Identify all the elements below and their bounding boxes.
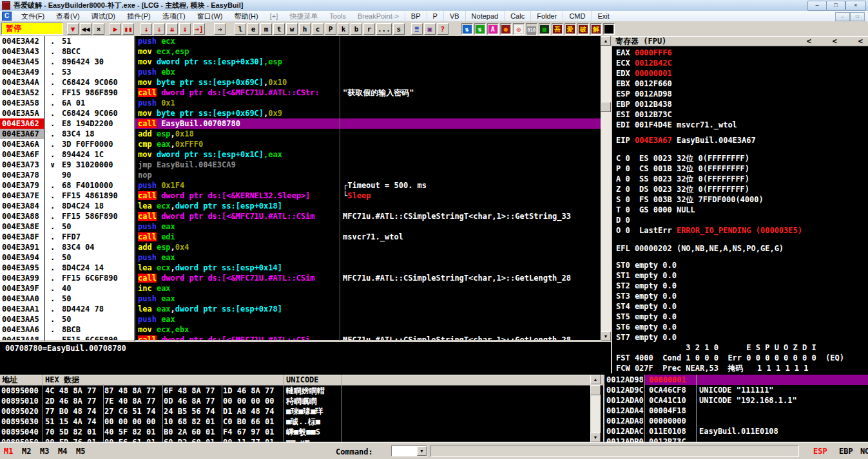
memory-tab-m2[interactable]: M2 [22,447,31,456]
collapse-icon[interactable]: < [858,37,863,46]
binary-icon[interactable]: 010 [526,23,537,35]
open-file-button[interactable]: ▼ [67,23,79,35]
breakpoints-button[interactable]: b [351,23,362,35]
threads-button[interactable]: t [273,23,285,35]
register-line[interactable]: ESP 0012AD98 [616,89,868,99]
chevron-down-icon[interactable]: ▼ [417,446,427,456]
executables-button[interactable]: e [247,23,259,35]
memory-button[interactable]: m [260,23,272,35]
register-line[interactable]: P 0 CS 001B 32位 0(FFFFFFFF) [616,164,868,174]
menu-item-cmd[interactable]: CMD [563,11,591,21]
run-button[interactable]: ▶ [110,23,121,35]
disasm-row[interactable]: 004E3A42.51push ecx [0,36,601,46]
disasm-row[interactable]: 004E3A88.FF15 586F890call dword ptr ds:[… [0,211,601,221]
scroll-up-icon[interactable]: ▲ [590,375,601,384]
register-line[interactable]: C 0 ES 0023 32位 0(FFFFFFFF) [616,153,868,164]
menu-item-[interactable]: 快捷菜单 [284,11,323,21]
close-process-button[interactable]: × [93,23,104,35]
dump-row[interactable]: 0089505000 FD 76 0100 F6 61 0160 D2 60 0… [0,437,603,442]
register-line[interactable]: ST1 empty 0.0 [616,270,868,281]
pause-button[interactable]: ▮▮ [122,23,134,35]
register-line[interactable]: ST4 empty 0.0 [616,301,868,312]
menu-item-tools[interactable]: Tools [323,11,352,21]
disasm-row[interactable]: 004E3A45.896424 30mov dword ptr ss:[esp+… [0,57,601,67]
disasm-row[interactable]: 004E3A62.E8 194D2200call EasyBuil.007087… [0,118,601,129]
disasm-row[interactable]: 004E3A94.50push eax [0,252,601,263]
trace-over-button[interactable]: ↧ [179,23,191,35]
register-line[interactable]: D 0 [616,215,868,225]
ollydbg-windows-icon[interactable]: ▣ [424,23,436,35]
sync-icon[interactable]: ⇅ [461,23,473,35]
menu-item-[interactable]: [+] [264,11,284,21]
menu-item-v[interactable]: 查看(V) [50,11,86,21]
disasm-row[interactable]: 004E3A5A.C68424 9C060mov byte ptr ss:[es… [0,108,601,118]
maximize-button[interactable]: □ [826,1,845,11]
dump-row[interactable]: 0089503051 15 4A 7400 00 00 0010 68 82 0… [0,417,603,427]
register-line[interactable]: EDI 001F4D4E msvcr71._wtol [616,120,868,130]
command-combobox[interactable]: ▼ [391,445,427,456]
disasm-row[interactable]: 004E3A99.FF15 6C6F890call dword ptr ds:[… [0,273,601,283]
patches-button[interactable]: P [325,23,336,35]
menu-item-bp[interactable]: BP [405,11,427,21]
register-line[interactable]: EAX 0000FFF6 [616,48,868,58]
disasm-row[interactable]: 004E3A9F.40inc eax [0,283,601,294]
menu-item-calc[interactable]: Calc [504,11,530,21]
stack-pane[interactable]: 000000010012AD980CA46CF8UNICODE "111111"… [603,375,868,442]
references-button[interactable]: r [363,23,375,35]
register-line[interactable]: ESI 0012B73C [616,109,868,120]
menu-item-p[interactable]: P [427,11,443,21]
run-trace-button[interactable]: ... [376,23,392,35]
register-line[interactable]: EBP 0012B438 [616,99,868,109]
menu-item-f[interactable]: 文件(F) [15,11,50,21]
register-line[interactable]: ECX 0012B42C [616,58,868,68]
register-line[interactable]: T 0 GS 0000 NULL [616,205,868,215]
disasm-row[interactable]: 004E3A79.68 F4010000push 0x1F4┌Timeout =… [0,180,601,191]
letter-a-icon[interactable]: A [487,23,499,35]
collapse-icon[interactable]: < [833,37,837,46]
disasm-row[interactable]: 004E3A95.8D4C24 14lea ecx,dword ptr ss:[… [0,263,601,273]
collapse-icon[interactable]: < [807,37,811,46]
disasm-row[interactable]: 004E3A7E.FF15 4861890call dword ptr ds:[… [0,191,601,201]
disasm-row[interactable]: 004E3A8E.50push eax [0,221,601,232]
menu-item-folder[interactable]: Folder [530,11,563,21]
disasm-row[interactable]: 004E3A73∨E9 31020000jmp EasyBuil.004E3CA… [0,160,601,170]
menu-item-p[interactable]: 插件(P) [121,11,157,21]
disasm-row[interactable]: 004E3AA6.8BCBmov ecx,ebx [0,324,601,335]
breakpoint-list-icon[interactable]: ≣ [411,23,423,35]
dump-row[interactable]: 008950102D 46 8A 777E 40 8A 770D 46 8A 7… [0,396,603,406]
scroll-up-icon[interactable]: ▲ [601,36,611,46]
disasm-row[interactable]: 004E3A52.FF15 986F890call dword ptr ds:[… [0,88,601,98]
register-line[interactable]: FST 4000 Cond 1 0 0 0 Err 0 0 0 0 0 0 0 … [616,353,868,363]
cpu-button[interactable]: c [312,23,323,35]
handles-button[interactable]: h [299,23,311,35]
disasm-row[interactable]: 004E3AA5.50push eax [0,314,601,324]
menu-item-exit[interactable]: Exit [591,11,615,21]
register-line[interactable]: ST5 empty 0.0 [616,312,868,322]
command-input[interactable] [392,446,419,456]
dump-row[interactable]: 0089502077 B0 48 7427 C6 51 7424 B5 56 7… [0,406,603,417]
memory-tab-m5[interactable]: M5 [76,447,85,456]
memory-tab-m4[interactable]: M4 [58,447,67,456]
menu-item-h[interactable]: 帮助(H) [228,11,264,21]
execute-till-return-button[interactable]: →] [193,23,205,35]
minimize-button[interactable]: – [807,1,827,11]
monitor-icon[interactable]: ▦ [539,23,550,35]
disasm-row[interactable]: 004E3A58.6A 01push 0x1 [0,98,601,108]
animate-button[interactable]: ⇒ [214,23,226,35]
mdi-restore-button[interactable]: □ [850,12,865,21]
register-line[interactable]: ST7 empty 0.0 [616,332,868,342]
help-button[interactable]: ? [437,23,448,35]
register-line[interactable]: ST2 empty 0.0 [616,281,868,291]
brand-wu-icon[interactable]: 吾 [552,23,563,35]
mdi-minimize-button[interactable]: – [835,12,850,21]
step-into-button[interactable]: ↓ [140,23,152,35]
disasm-row[interactable]: 004E3A8F.FFD7call edimsvcr71._wtol [0,232,601,242]
log-button[interactable]: l [235,23,246,35]
menu-item-breakpoint[interactable]: BreakPoint-> [352,11,405,21]
register-line[interactable]: EFL 00000202 (NO,NB,NE,A,NS,PO,GE,G) [616,243,868,254]
menu-item-notepad[interactable]: Notepad [465,11,505,21]
register-line[interactable]: FCW 027F Prec NEAR,53 掩码 1 1 1 1 1 1 [616,363,868,373]
disassembly-scrollbar[interactable]: ▲ ▼ [601,36,611,341]
memory-tab-m3[interactable]: M3 [40,447,49,456]
trace-into-button[interactable]: ⇊ [166,23,178,35]
